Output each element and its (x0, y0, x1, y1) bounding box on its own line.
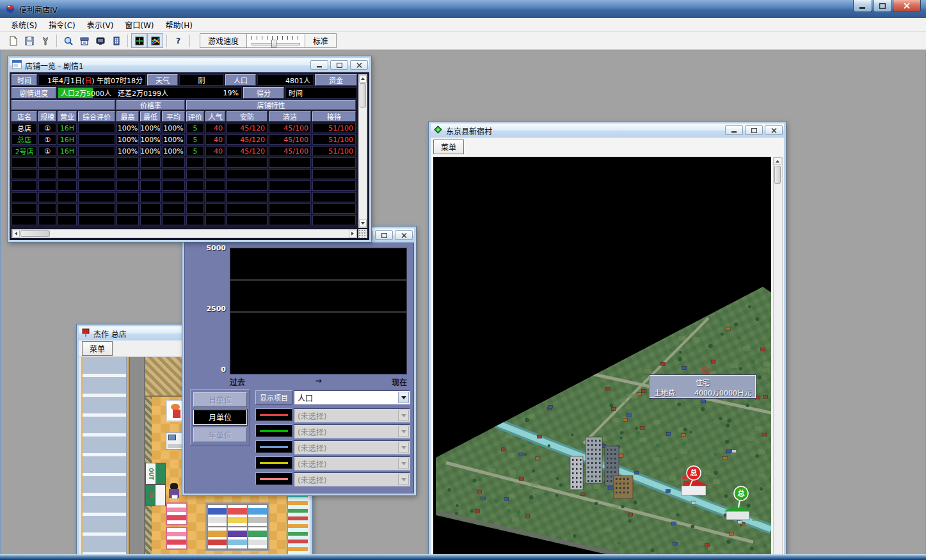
chevron-down-icon (398, 442, 409, 453)
display-item-label: 显示项目 (255, 390, 292, 404)
store-list-body: 时间 1年4月1日(日) 午前07时18分 天气 阴 人口 4801人 资金 剧… (10, 72, 369, 240)
column-header[interactable]: 店名 (12, 111, 37, 122)
road (129, 357, 145, 554)
window-list-icon (12, 60, 22, 70)
slider-thumb[interactable] (271, 40, 276, 48)
menu-item[interactable]: 窗口(W) (119, 18, 159, 31)
maximize-button[interactable] (375, 230, 393, 240)
table-row-empty (12, 192, 357, 202)
game-speed-group: 游戏速度 标准 (200, 33, 337, 48)
wrench-icon[interactable] (37, 33, 53, 48)
wall-shelf (287, 496, 308, 554)
column-header[interactable]: 平均 (162, 111, 185, 122)
monitor-icon[interactable] (92, 33, 108, 48)
series-color-swatch (255, 472, 292, 485)
minimize-button[interactable] (853, 0, 872, 12)
column-header[interactable]: 营业 (58, 111, 77, 122)
cell-rating: 5 (186, 123, 204, 133)
zoom-icon[interactable] (60, 33, 76, 48)
scroll-up-icon[interactable] (774, 157, 781, 165)
store-icon[interactable] (76, 33, 92, 48)
maximize-button[interactable] (330, 60, 348, 70)
scroll-up-icon[interactable] (359, 75, 367, 83)
series-select: (未选择) (294, 440, 410, 454)
table-row-empty (12, 180, 357, 191)
table-row-empty (12, 215, 357, 225)
table-row-empty (12, 169, 357, 179)
save-icon[interactable] (21, 33, 37, 48)
column-header[interactable]: 最低 (140, 111, 161, 122)
column-header[interactable]: 接待 (312, 111, 356, 122)
cell-hours: 16H (58, 123, 77, 133)
table-group-header-row: 价格率 店铺特性 (12, 100, 357, 110)
scrollbar-thumb[interactable] (360, 83, 366, 108)
tooltip-zone-type: 住宅 (654, 377, 751, 387)
chevron-down-icon (398, 410, 409, 421)
resize-grip[interactable] (358, 229, 367, 238)
scroll-right-icon[interactable] (349, 230, 356, 237)
menu-item[interactable]: 系统(S) (5, 18, 43, 31)
horizontal-scrollbar[interactable] (12, 229, 357, 238)
menu-item[interactable]: 指令(C) (43, 18, 81, 31)
cell-high: 100% (116, 123, 139, 133)
chart-view-icon[interactable] (147, 33, 163, 48)
map-window: 东京县新宿村 菜单 总总 住宅 土地费 4000万0000日元 (429, 122, 786, 554)
vertical-scrollbar[interactable] (358, 74, 367, 228)
close-button[interactable] (893, 0, 921, 12)
close-button[interactable] (765, 125, 783, 135)
help-button[interactable]: ? (170, 33, 186, 48)
chevron-down-icon[interactable] (398, 392, 409, 403)
column-header[interactable]: 清洁 (269, 111, 311, 122)
map-title-bar[interactable]: 东京县新宿村 (431, 124, 784, 138)
group-header-store-traits: 店铺特性 (186, 100, 356, 110)
game-speed-slider[interactable] (247, 33, 305, 48)
column-header[interactable]: 最高 (116, 111, 139, 122)
cell-security: 45/120 (227, 146, 267, 156)
store-menu-button[interactable]: 菜单 (82, 341, 113, 356)
door-in: IN (145, 484, 166, 506)
table-row[interactable]: 总店①16H100%100%100%54045/12045/10051/100 (12, 123, 357, 133)
table-row[interactable]: 总店①16H100%100%100%54045/12045/10051/100 (12, 134, 357, 145)
close-button[interactable] (350, 60, 368, 70)
table-view-icon[interactable] (131, 33, 147, 48)
freezer-shelf (166, 502, 188, 525)
display-item-select[interactable]: 人口 (294, 390, 410, 404)
menu-item[interactable]: 帮助(H) (160, 18, 198, 31)
scroll-down-icon[interactable] (359, 220, 367, 227)
close-button[interactable] (395, 230, 413, 240)
building-icon[interactable] (108, 33, 124, 48)
table-row[interactable]: 2号店①16H100%100%100%54045/12045/10051/100 (12, 146, 357, 156)
store-list-title-bar[interactable]: 店铺一览 - 剧情1 (10, 58, 369, 72)
y-axis-tick: 5000 (185, 244, 226, 252)
tooltip-land-fee-label: 土地费 (654, 387, 675, 397)
column-header[interactable]: 评价 (186, 111, 204, 122)
minimize-button[interactable] (310, 60, 328, 70)
cell-rating: 5 (186, 146, 204, 156)
minimize-button[interactable] (725, 125, 743, 135)
door-out-label: OUT (146, 463, 156, 484)
cell-overall (78, 134, 115, 145)
toolbar-separator (189, 35, 190, 47)
menu-item[interactable]: 表示(V) (81, 18, 120, 31)
maximize-button[interactable] (873, 0, 892, 12)
column-header[interactable]: 规模 (38, 111, 56, 122)
new-document-icon[interactable] (5, 33, 21, 48)
map-vertical-scrollbar[interactable] (773, 157, 783, 554)
app-icon (5, 3, 15, 15)
scrollbar-thumb[interactable] (20, 230, 50, 237)
unit-month-button[interactable]: 月单位 (193, 410, 247, 424)
scrollbar-thumb[interactable] (774, 166, 781, 184)
column-header[interactable]: 综合评价 (78, 111, 115, 122)
map-body: 菜单 总总 住宅 土地费 4000万0000日元 (431, 138, 784, 554)
map-menu-button[interactable]: 菜单 (433, 140, 464, 154)
game-speed-label: 游戏速度 (200, 33, 247, 48)
column-header[interactable]: 安防 (227, 111, 267, 122)
cell-high: 100% (116, 146, 139, 156)
weather-label: 天气 (147, 74, 178, 86)
table-row-empty (12, 204, 357, 214)
map-viewport[interactable]: 总总 住宅 土地费 4000万0000日元 (433, 157, 771, 554)
maximize-button[interactable] (745, 125, 763, 135)
column-header[interactable]: 人气 (205, 111, 225, 122)
status-row-1: 时间 1年4月1日(日) 午前07时18分 天气 阴 人口 4801人 资金 (12, 74, 357, 86)
scroll-left-icon[interactable] (12, 230, 20, 237)
